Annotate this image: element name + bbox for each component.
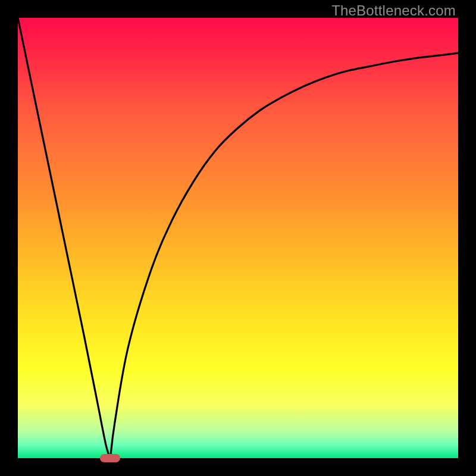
curve-right-branch	[110, 53, 458, 458]
watermark-text: TheBottleneck.com	[331, 2, 456, 19]
plot-area	[18, 18, 458, 458]
minimum-marker	[100, 454, 120, 462]
curve-left-branch	[18, 18, 110, 458]
curve-svg	[18, 18, 458, 458]
chart-frame: TheBottleneck.com	[0, 0, 476, 476]
